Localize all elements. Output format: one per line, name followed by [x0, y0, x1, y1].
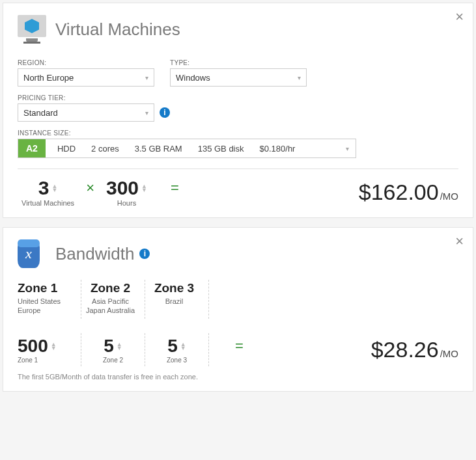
stepper-icon[interactable]: ▲▼ [117, 342, 122, 350]
chevron-down-icon: ▾ [145, 109, 148, 116]
zone-name: Zone 2 [81, 281, 139, 295]
type-label: TYPE: [170, 59, 307, 66]
instance-cores: 2 cores [91, 144, 119, 154]
zone-stepper[interactable]: 500 ▲▼ Zone 1 [18, 333, 81, 366]
tier-group: PRICING TIER: Standard ▾ i [18, 94, 170, 122]
vm-title: Virtual Machines [55, 20, 180, 40]
chevron-down-icon: ▾ [339, 139, 356, 157]
vm-card: × Virtual Machines REGION: North Europe … [3, 3, 473, 218]
multiply-icon: × [86, 180, 94, 196]
type-select[interactable]: Windows ▾ [170, 68, 307, 87]
vm-qty-value: 3 [38, 177, 49, 199]
tier-value: Standard [23, 108, 58, 118]
zone-value-label: Zone 2 [103, 357, 123, 364]
region-select[interactable]: North Europe ▾ [18, 68, 154, 87]
zone-sub: United States Europe [18, 297, 76, 315]
close-icon[interactable]: × [455, 8, 464, 25]
vm-hours-stepper[interactable]: 300 ▲▼ Hours [106, 177, 147, 207]
zone-value-row: 500 ▲▼ Zone 1 5 ▲▼ Zone 2 5 ▲▼ Zone 3 = … [18, 333, 458, 366]
chevron-down-icon: ▾ [145, 74, 148, 81]
zone-sub: Brazil [145, 297, 203, 306]
zone-sub: Asia Pacific Japan Australia [81, 297, 139, 315]
tier-select[interactable]: Standard ▾ [18, 103, 154, 122]
type-value: Windows [176, 73, 210, 83]
bw-price-amount: $28.26 [371, 337, 439, 362]
instance-rate: $0.180/hr [260, 144, 296, 154]
zone-value-label: Zone 1 [18, 357, 38, 364]
zone-stepper[interactable]: 5 ▲▼ Zone 3 [145, 333, 209, 366]
instance-group: INSTANCE SIZE: A2 HDD 2 cores 3.5 GB RAM… [18, 129, 458, 158]
stepper-icon[interactable]: ▲▼ [180, 342, 186, 350]
zone-header: Zone 3 Brazil [145, 280, 209, 319]
zone-header-row: Zone 1 United States Europe Zone 2 Asia … [18, 280, 458, 319]
zone-header: Zone 2 Asia Pacific Japan Australia [81, 280, 145, 319]
zone-value-label: Zone 3 [167, 357, 187, 364]
zone-header: Zone 1 United States Europe [18, 280, 81, 319]
equals-icon: = [235, 338, 244, 355]
vm-qty-stepper[interactable]: 3 ▲▼ Virtual Machines [21, 177, 74, 207]
bw-price-unit: /MO [440, 348, 458, 359]
instance-label: INSTANCE SIZE: [18, 129, 458, 137]
zone-name: Zone 3 [145, 281, 203, 295]
stepper-icon[interactable]: ▲▼ [51, 342, 57, 350]
zone-value: 5 [167, 336, 178, 357]
instance-ram: 3.5 GB RAM [135, 144, 182, 154]
region-group: REGION: North Europe ▾ [18, 59, 154, 87]
vm-icon [18, 15, 46, 44]
vm-hours-label: Hours [117, 199, 136, 207]
zone-value: 500 [18, 336, 48, 357]
instance-select[interactable]: A2 HDD 2 cores 3.5 GB RAM 135 GB disk $0… [18, 139, 356, 158]
region-label: REGION: [18, 59, 154, 66]
instance-disk: 135 GB disk [198, 144, 244, 154]
vm-price-unit: /MO [440, 191, 458, 202]
bw-footnote: The first 5GB/Month of data transfer is … [18, 373, 458, 381]
vm-hours-value: 300 [106, 177, 139, 199]
zone-value: 5 [104, 336, 114, 357]
divider [18, 169, 458, 169]
bw-header: x Bandwidth i [18, 239, 458, 268]
tier-label: PRICING TIER: [18, 94, 170, 101]
vm-price: $162.00 /MO [359, 180, 458, 205]
info-icon[interactable]: i [139, 249, 150, 259]
stepper-icon[interactable]: ▲▼ [141, 184, 147, 192]
equals-icon: = [171, 180, 179, 196]
bw-price: $28.26 /MO [371, 337, 458, 362]
close-icon[interactable]: × [455, 233, 464, 250]
bw-title: Bandwidth [55, 244, 134, 264]
region-value: North Europe [23, 73, 74, 83]
instance-code: A2 [18, 139, 46, 157]
bandwidth-icon: x [18, 239, 46, 268]
vm-price-amount: $162.00 [359, 180, 439, 205]
chevron-down-icon: ▾ [298, 74, 301, 81]
bandwidth-card: × x Bandwidth i Zone 1 United States Eur… [3, 227, 473, 392]
zone-stepper[interactable]: 5 ▲▼ Zone 2 [81, 333, 145, 366]
vm-calc-row: 3 ▲▼ Virtual Machines × 300 ▲▼ Hours = $… [18, 177, 458, 207]
vm-qty-label: Virtual Machines [21, 199, 74, 207]
instance-specs: HDD 2 cores 3.5 GB RAM 135 GB disk $0.18… [46, 139, 339, 157]
info-icon[interactable]: i [160, 107, 170, 118]
type-group: TYPE: Windows ▾ [170, 59, 307, 87]
stepper-icon[interactable]: ▲▼ [51, 184, 57, 192]
instance-storage: HDD [57, 144, 76, 154]
vm-header: Virtual Machines [18, 15, 458, 44]
zone-name: Zone 1 [18, 281, 76, 295]
